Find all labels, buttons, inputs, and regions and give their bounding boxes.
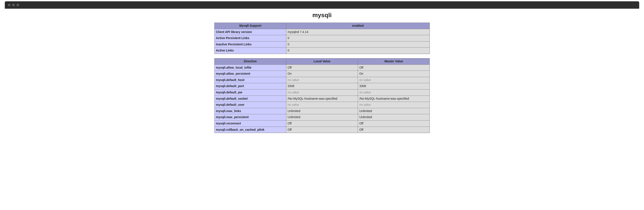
summary-row: Client API library versionmysqlnd 7.4.14 [214,29,430,35]
col-directive: Directive [214,58,286,65]
col-master: Master Value [358,58,430,65]
summary-row-label: Active Links [214,48,286,54]
summary-row-value: 0 [286,35,430,41]
directives-table: Directive Local Value Master Value mysql… [214,58,430,133]
directive-local-value: Unlimited [286,114,358,120]
no-value-text: no value [288,91,299,94]
summary-row: Active Links0 [214,48,430,54]
summary-table: MysqlI Support enabled Client API librar… [214,23,430,54]
summary-row-value: 0 [286,48,430,54]
summary-row: Active Persistent Links0 [214,35,430,41]
directive-name: mysqli.reconnect [214,120,286,127]
window-close-dot[interactable] [8,4,10,6]
directive-local-value: On [286,71,358,77]
directive-name: mysqli.max_links [214,108,286,114]
directive-row: mysqli.default_pwno valueno value [214,89,430,96]
summary-row-value: mysqlnd 7.4.14 [286,29,430,35]
directive-row: mysqli.rollback_on_cached_plinkOffOff [214,127,430,133]
window-zoom-dot[interactable] [16,4,19,6]
summary-header-value: enabled [286,23,430,29]
module-title: mysqli [0,12,644,19]
no-value-text: no value [359,103,371,106]
directive-name: mysqli.default_port [214,83,286,90]
directive-row: mysqli.default_socket/No-MySQL-hostname-… [214,96,430,102]
directive-master-value: Off [358,65,430,71]
directive-row: mysqli.allow_local_infileOffOff [214,65,430,71]
directive-local-value: Off [286,120,358,127]
directive-name: mysqli.rollback_on_cached_plink [214,127,286,133]
directive-local-value: /No-MySQL-hostname-was-specified [286,96,358,102]
directive-row: mysqli.max_persistentUnlimitedUnlimited [214,114,430,120]
directive-name: mysqli.default_socket [214,96,286,102]
directive-local-value: no value [286,89,358,96]
directive-master-value: On [358,71,430,77]
summary-header-label: MysqlI Support [214,23,286,29]
summary-header-row: MysqlI Support enabled [214,23,430,29]
directive-master-value: Off [358,127,430,133]
phpinfo-page: mysqli MysqlI Support enabled Client API… [0,12,644,133]
directive-row: mysqli.reconnectOffOff [214,120,430,127]
directive-master-value: 3306 [358,83,430,90]
directive-name: mysqli.max_persistent [214,114,286,120]
directive-master-value: no value [358,77,430,83]
directive-row: mysqli.default_userno valueno value [214,102,430,108]
directive-row: mysqli.default_hostno valueno value [214,77,430,83]
col-local: Local Value [286,58,358,65]
summary-row-label: Active Persistent Links [214,35,286,41]
directive-master-value: Unlimited [358,114,430,120]
directive-local-value: Off [286,127,358,133]
window-minimize-dot[interactable] [12,4,15,6]
directive-name: mysqli.default_pw [214,89,286,96]
directive-local-value: Off [286,65,358,71]
no-value-text: no value [359,78,371,82]
directive-row: mysqli.default_port33063306 [214,83,430,90]
summary-row-label: Client API library version [214,29,286,35]
summary-row-label: Inactive Persistent Links [214,41,286,48]
directive-row: mysqli.allow_persistentOnOn [214,71,430,77]
directive-local-value: no value [286,102,358,108]
directives-header-row: Directive Local Value Master Value [214,58,430,65]
directive-name: mysqli.default_host [214,77,286,83]
directive-local-value: 3306 [286,83,358,90]
directive-name: mysqli.default_user [214,102,286,108]
no-value-text: no value [288,78,299,82]
directive-local-value: no value [286,77,358,83]
no-value-text: no value [288,103,299,106]
directive-master-value: no value [358,102,430,108]
directive-row: mysqli.max_linksUnlimitedUnlimited [214,108,430,114]
directive-master-value: Off [358,120,430,127]
directive-name: mysqli.allow_persistent [214,71,286,77]
directive-name: mysqli.allow_local_infile [214,65,286,71]
summary-row-value: 0 [286,41,430,48]
directive-master-value: Unlimited [358,108,430,114]
window-titlebar [5,1,639,9]
summary-row: Inactive Persistent Links0 [214,41,430,48]
directive-local-value: Unlimited [286,108,358,114]
directive-master-value: no value [358,89,430,96]
no-value-text: no value [359,91,371,94]
directive-master-value: /No-MySQL-hostname-was-specified [358,96,430,102]
window-controls [8,4,19,6]
